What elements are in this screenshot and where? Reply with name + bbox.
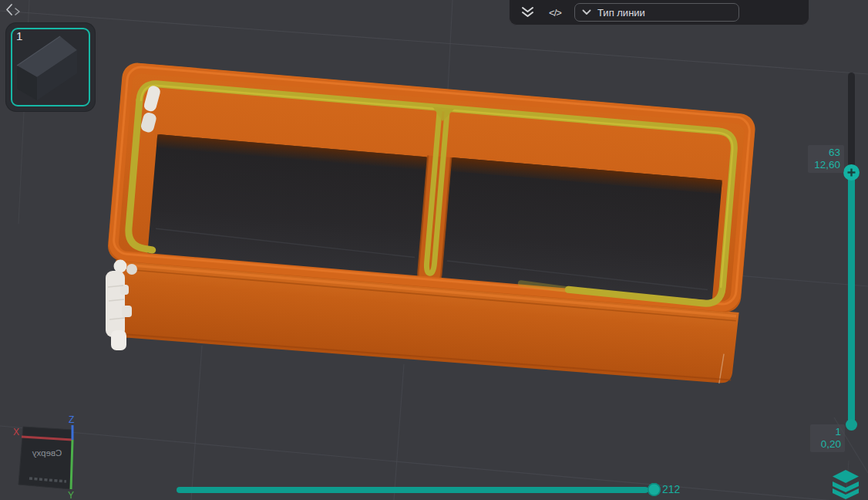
layer-lower-number: 1 xyxy=(812,426,841,438)
plus-icon xyxy=(847,168,856,177)
collapse-sidebar-icon[interactable] xyxy=(5,2,26,19)
gizmo-view-label: Сверху xyxy=(32,448,62,458)
layer-lower-tooltip: 1 0,20 xyxy=(810,424,845,452)
gcode-icon: </> xyxy=(549,7,561,19)
axis-x-label: X xyxy=(13,427,19,438)
axis-y-label: Y xyxy=(68,490,74,500)
move-slider-handle[interactable] xyxy=(648,483,661,496)
viewport-3d[interactable] xyxy=(0,0,868,500)
view-type-dropdown[interactable]: Тип линии xyxy=(574,3,739,22)
object-thumbnail[interactable]: 1 xyxy=(6,23,95,111)
view-type-value: Тип линии xyxy=(597,7,645,19)
layer-upper-height: 12,60 xyxy=(809,159,840,171)
view-orientation-gizmo[interactable]: X Z Y Сверху xyxy=(6,413,91,500)
move-slider-value: 212 xyxy=(662,483,680,495)
layer-upper-tooltip: 63 12,60 xyxy=(808,145,844,173)
axis-y-line xyxy=(71,440,72,489)
move-slider-track[interactable] xyxy=(177,487,648,493)
layers-icon[interactable] xyxy=(830,468,861,500)
chevron-down-icon xyxy=(582,9,591,15)
preview-toolbar: </> Тип линии xyxy=(509,0,809,25)
layer-slider-upper-handle[interactable] xyxy=(843,164,860,181)
gcode-viewer-button[interactable]: </> xyxy=(547,4,564,21)
axis-z-label: Z xyxy=(69,414,74,425)
layer-lower-height: 0,20 xyxy=(812,438,841,451)
layer-slider-track-range[interactable] xyxy=(848,173,855,425)
layer-slider-track-upper[interactable] xyxy=(848,73,855,174)
object-mini-render xyxy=(6,23,95,111)
layer-upper-number: 63 xyxy=(809,147,840,159)
layer-slider-lower-handle[interactable] xyxy=(846,419,857,431)
model-preview[interactable] xyxy=(100,62,756,389)
collapse-legend-button[interactable] xyxy=(519,4,536,21)
